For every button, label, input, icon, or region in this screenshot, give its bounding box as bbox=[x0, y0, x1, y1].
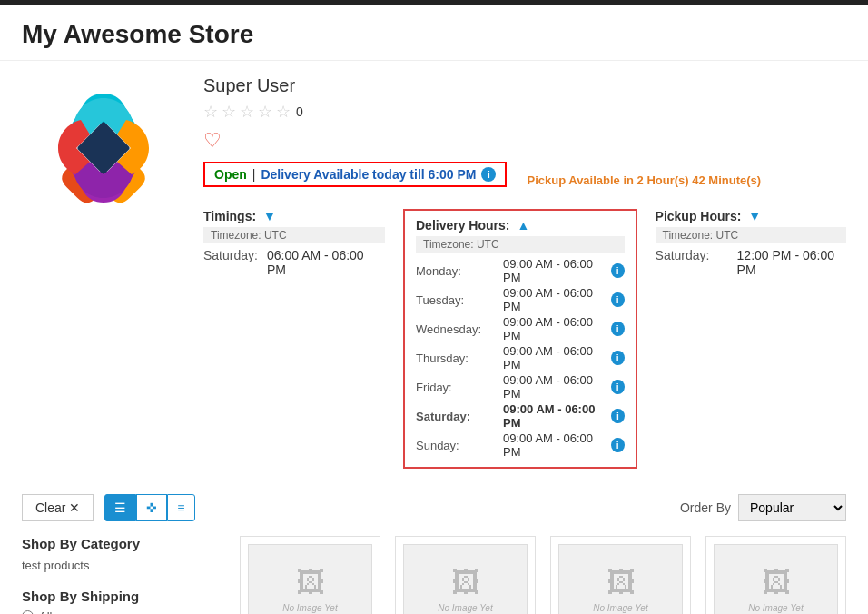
delivery-day: Thursday: bbox=[416, 352, 498, 365]
pickup-available: Pickup Available in 2 Hour(s) 42 Minute(… bbox=[527, 173, 761, 187]
view-list-detail-icon: ☰ bbox=[114, 500, 126, 515]
timings-timezone: Timezone: UTC bbox=[203, 227, 385, 243]
shipping-option-all: All bbox=[22, 609, 222, 614]
clear-button[interactable]: Clear ✕ bbox=[22, 494, 94, 521]
pickup-row-saturday: Saturday: 12:00 PM - 06:00 PM bbox=[656, 247, 846, 278]
view-list-icon: ≡ bbox=[177, 500, 184, 515]
pickup-hours-label[interactable]: Pickup Hours: ▼ bbox=[656, 209, 846, 223]
store-header: My Awesome Store bbox=[0, 5, 868, 61]
delivery-day: Tuesday: bbox=[416, 293, 498, 307]
product-card-1[interactable]: 🖼 No Image Yet bbox=[240, 536, 380, 614]
shop-by-category-title: Shop By Category bbox=[22, 536, 222, 551]
timings-row-saturday: Saturday: 06:00 AM - 06:00 PM bbox=[203, 247, 385, 278]
pickup-panel: Pickup Hours: ▼ Timezone: UTC Saturday: … bbox=[656, 209, 846, 469]
product-image-4: 🖼 No Image Yet bbox=[714, 544, 838, 614]
delivery-day: Sunday: bbox=[416, 439, 498, 452]
pickup-saturday-time: 12:00 PM - 06:00 PM bbox=[737, 248, 846, 277]
store-logo bbox=[22, 75, 185, 469]
timings-label[interactable]: Timings: ▼ bbox=[203, 209, 385, 223]
product-card-3[interactable]: 🖼 No Image Yet bbox=[550, 536, 691, 614]
delivery-time: 09:00 AM - 06:00 PM bbox=[503, 373, 606, 401]
shipping-label-all[interactable]: All bbox=[39, 609, 52, 614]
delivery-time: 09:00 AM - 06:00 PM bbox=[503, 315, 606, 342]
timings-chevron: ▼ bbox=[263, 209, 276, 223]
delivery-chevron: ▲ bbox=[517, 218, 529, 233]
shipping-radio-all[interactable] bbox=[22, 610, 34, 614]
view-btn-list-detail[interactable]: ☰ bbox=[104, 494, 136, 521]
star-5: ☆ bbox=[276, 102, 291, 122]
content-area: Shop By Category test products Shop By S… bbox=[22, 536, 846, 614]
delivery-time: 09:00 AM - 06:00 PM bbox=[503, 344, 606, 371]
pickup-saturday-day: Saturday: bbox=[656, 248, 719, 277]
delivery-hours-rows: Monday: 09:00 AM - 06:00 PM i Tuesday: 0… bbox=[416, 256, 625, 460]
filter-bar: Clear ✕ ☰ ✜ ≡ Order By Popular Newest Pr… bbox=[22, 494, 846, 521]
no-image-text-1: No Image Yet bbox=[282, 603, 337, 613]
delivery-row-info-icon[interactable]: i bbox=[611, 438, 625, 452]
delivery-row-info-icon[interactable]: i bbox=[611, 322, 625, 336]
products-grid: 🖼 No Image Yet 🖼 No Image Yet 🖼 No Image… bbox=[240, 536, 846, 614]
product-card-4[interactable]: 🖼 No Image Yet bbox=[705, 536, 846, 614]
delivery-row: Wednesday: 09:00 AM - 06:00 PM i bbox=[416, 314, 625, 343]
no-image-icon-1: 🖼 bbox=[296, 566, 325, 599]
delivery-row: Sunday: 09:00 AM - 06:00 PM i bbox=[416, 431, 625, 460]
pickup-timezone: Timezone: UTC bbox=[656, 227, 846, 243]
view-btn-list[interactable]: ≡ bbox=[167, 494, 194, 521]
shop-by-category: Shop By Category test products bbox=[22, 536, 222, 574]
delivery-day: Friday: bbox=[416, 381, 498, 394]
star-2: ☆ bbox=[222, 102, 236, 122]
status-separator: | bbox=[252, 167, 256, 182]
main-content: Super User ☆ ☆ ☆ ☆ ☆ 0 ♡ Open | Delivery… bbox=[0, 61, 868, 483]
no-image-text-3: No Image Yet bbox=[593, 603, 647, 613]
product-image-1: 🖼 No Image Yet bbox=[248, 544, 372, 614]
delivery-time: 09:00 AM - 06:00 PM bbox=[503, 431, 606, 459]
timings-panel: Timings: ▼ Timezone: UTC Saturday: 06:00… bbox=[203, 209, 385, 469]
product-image-3: 🖼 No Image Yet bbox=[558, 544, 683, 614]
delivery-row-info-icon[interactable]: i bbox=[611, 351, 625, 365]
category-test-products[interactable]: test products bbox=[22, 557, 222, 574]
delivery-row-info-icon[interactable]: i bbox=[611, 263, 625, 278]
delivery-row-info-icon[interactable]: i bbox=[611, 292, 625, 307]
delivery-row-info-icon[interactable]: i bbox=[611, 409, 625, 423]
view-toggles: ☰ ✜ ≡ bbox=[104, 494, 194, 521]
delivery-time: 09:00 AM - 06:00 PM bbox=[503, 257, 606, 284]
store-title: My Awesome Store bbox=[22, 20, 846, 49]
delivery-row-info-icon[interactable]: i bbox=[611, 380, 625, 394]
delivery-row: Thursday: 09:00 AM - 06:00 PM i bbox=[416, 343, 625, 372]
delivery-time: 09:00 AM - 06:00 PM bbox=[503, 286, 606, 313]
bottom-section: Clear ✕ ☰ ✜ ≡ Order By Popular Newest Pr… bbox=[0, 483, 868, 614]
timings-saturday-time: 06:00 AM - 06:00 PM bbox=[267, 248, 385, 277]
product-card-2[interactable]: 🖼 No Image Yet bbox=[395, 536, 536, 614]
product-image-2: 🖼 No Image Yet bbox=[403, 544, 528, 614]
pickup-chevron: ▼ bbox=[748, 209, 761, 223]
no-image-icon-4: 🖼 bbox=[762, 566, 791, 599]
star-4: ☆ bbox=[258, 102, 272, 122]
order-by-container: Order By Popular Newest Price Low Price … bbox=[680, 494, 846, 521]
delivery-info-icon[interactable]: i bbox=[481, 167, 496, 182]
order-by-select[interactable]: Popular Newest Price Low Price High bbox=[738, 494, 846, 521]
delivery-row: Friday: 09:00 AM - 06:00 PM i bbox=[416, 372, 625, 401]
status-banner: Open | Delivery Available today till 6:0… bbox=[203, 162, 507, 187]
no-image-text-4: No Image Yet bbox=[748, 603, 803, 613]
no-image-icon-3: 🖼 bbox=[607, 566, 636, 599]
view-btn-grid[interactable]: ✜ bbox=[136, 494, 167, 521]
store-info: Super User ☆ ☆ ☆ ☆ ☆ 0 ♡ Open | Delivery… bbox=[203, 75, 846, 469]
delivery-day: Saturday: bbox=[416, 410, 498, 423]
star-rating: ☆ ☆ ☆ ☆ ☆ 0 bbox=[203, 102, 846, 122]
shop-by-shipping-title: Shop By Shipping bbox=[22, 589, 222, 604]
user-name: Super User bbox=[203, 75, 846, 96]
delivery-hours-label[interactable]: Delivery Hours: ▲ bbox=[416, 218, 625, 233]
delivery-row: Saturday: 09:00 AM - 06:00 PM i bbox=[416, 401, 625, 431]
star-1: ☆ bbox=[203, 102, 218, 122]
delivery-day: Wednesday: bbox=[416, 322, 498, 336]
star-3: ☆ bbox=[240, 102, 254, 122]
view-grid-icon: ✜ bbox=[146, 500, 157, 515]
delivery-time: 09:00 AM - 06:00 PM bbox=[503, 402, 606, 430]
hours-section: Timings: ▼ Timezone: UTC Saturday: 06:00… bbox=[203, 209, 846, 469]
delivery-panel: Delivery Hours: ▲ Timezone: UTC Monday: … bbox=[403, 209, 637, 469]
open-status: Open bbox=[214, 167, 247, 182]
sidebar: Shop By Category test products Shop By S… bbox=[22, 536, 222, 614]
delivery-status: Delivery Available today till 6:00 PM bbox=[261, 167, 476, 182]
no-image-text-2: No Image Yet bbox=[438, 603, 492, 613]
favorite-button[interactable]: ♡ bbox=[203, 129, 846, 153]
order-by-label: Order By bbox=[680, 500, 731, 515]
